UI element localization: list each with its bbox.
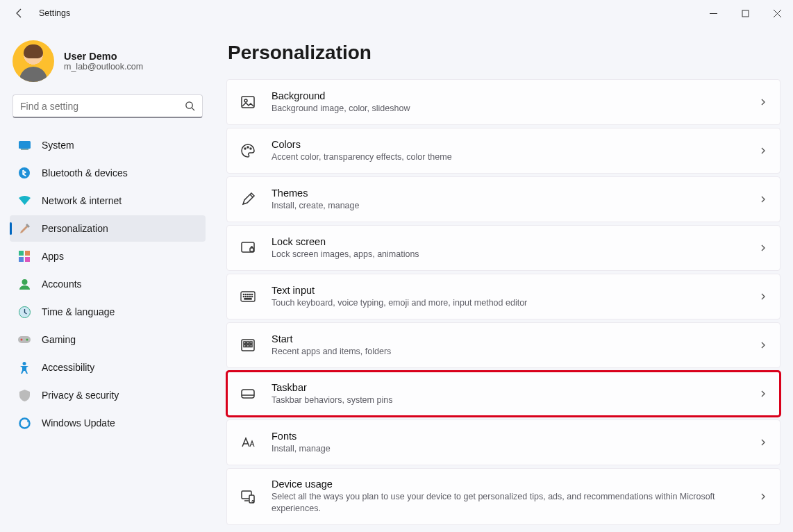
svg-point-15 <box>19 418 29 428</box>
window-title: Settings <box>39 8 70 18</box>
sidebar-item-update[interactable]: Windows Update <box>10 410 206 436</box>
sidebar-item-network[interactable]: Network & internet <box>10 188 206 214</box>
maximize-button[interactable] <box>729 2 761 24</box>
sidebar-item-label: System <box>42 140 74 151</box>
chevron-right-icon <box>759 195 767 203</box>
minimize-button[interactable] <box>697 2 729 24</box>
svg-point-9 <box>22 279 27 285</box>
card-title: Colors <box>272 139 751 150</box>
accessibility-icon <box>18 361 31 374</box>
settings-card-lockscreen[interactable]: Lock screenLock screen images, apps, ani… <box>226 225 781 271</box>
card-title: Fonts <box>272 431 751 442</box>
svg-point-45 <box>253 501 253 502</box>
svg-point-24 <box>243 294 244 294</box>
card-subtitle: Background image, color, slideshow <box>272 103 751 115</box>
main-content: Personalization BackgroundBackground ima… <box>214 26 793 532</box>
card-title: Lock screen <box>272 236 751 247</box>
chevron-right-icon <box>759 147 767 155</box>
svg-point-26 <box>247 294 248 294</box>
svg-point-12 <box>21 339 23 341</box>
svg-point-1 <box>186 102 192 108</box>
nav: System Bluetooth & devices Network & int… <box>10 132 206 436</box>
chevron-right-icon <box>759 98 767 106</box>
settings-card-list: BackgroundBackground image, color, slide… <box>226 79 781 532</box>
sidebar-item-label: Privacy & security <box>42 390 119 401</box>
svg-rect-6 <box>25 251 30 256</box>
close-button[interactable] <box>761 2 793 24</box>
sidebar-item-label: Accessibility <box>42 362 94 373</box>
settings-card-start[interactable]: StartRecent apps and items, folders <box>226 322 781 368</box>
settings-card-themes[interactable]: ThemesInstall, create, manage <box>226 176 781 222</box>
settings-card-taskbar[interactable]: TaskbarTaskbar behaviors, system pins <box>226 371 781 417</box>
card-subtitle: Lock screen images, apps, animations <box>272 249 751 260</box>
sidebar-item-label: Network & internet <box>42 195 122 206</box>
sidebar-item-accessibility[interactable]: Accessibility <box>10 354 206 381</box>
arrow-left-icon <box>14 8 25 19</box>
sidebar-item-system[interactable]: System <box>10 132 206 158</box>
card-subtitle: Touch keyboard, voice typing, emoji and … <box>272 297 751 309</box>
search-input[interactable] <box>20 101 185 112</box>
svg-rect-5 <box>19 251 24 256</box>
settings-card-colors[interactable]: ColorsAccent color, transparency effects… <box>226 128 781 174</box>
fonts-icon <box>240 434 256 451</box>
start-icon <box>240 337 256 354</box>
minimize-icon <box>710 10 717 17</box>
svg-point-33 <box>251 296 252 297</box>
sidebar-item-label: Apps <box>42 251 64 262</box>
svg-point-25 <box>245 294 246 294</box>
settings-card-deviceusage[interactable]: Device usageSelect all the ways you plan… <box>226 468 781 525</box>
back-button[interactable] <box>11 5 28 22</box>
svg-point-28 <box>251 294 252 294</box>
card-subtitle: Taskbar behaviors, system pins <box>272 394 751 406</box>
svg-rect-40 <box>247 345 249 347</box>
search-box[interactable] <box>12 94 203 118</box>
svg-rect-0 <box>742 10 749 17</box>
sidebar-item-personalization[interactable]: Personalization <box>10 215 206 242</box>
card-title: Taskbar <box>272 382 751 393</box>
clock-icon <box>18 306 31 318</box>
sidebar-item-apps[interactable]: Apps <box>10 243 206 269</box>
svg-rect-16 <box>242 97 254 108</box>
svg-point-14 <box>23 362 26 365</box>
titlebar: Settings <box>0 0 793 26</box>
chevron-right-icon <box>759 244 767 252</box>
shield-icon <box>18 389 31 401</box>
sidebar-item-bluetooth[interactable]: Bluetooth & devices <box>10 160 206 186</box>
user-name: User Demo <box>64 51 143 62</box>
deviceusage-icon <box>240 488 256 505</box>
svg-rect-34 <box>244 299 251 300</box>
card-title: Start <box>272 333 751 344</box>
chevron-right-icon <box>759 341 767 349</box>
user-email: m_lab@outlook.com <box>64 62 143 72</box>
paintbrush-icon <box>18 222 31 235</box>
svg-point-30 <box>245 296 246 297</box>
update-icon <box>18 417 31 429</box>
gamepad-icon <box>18 333 31 346</box>
chevron-right-icon <box>759 438 767 447</box>
themes-icon <box>240 191 256 208</box>
sidebar-item-privacy[interactable]: Privacy & security <box>10 382 206 408</box>
maximize-icon <box>742 10 749 17</box>
card-subtitle: Accent color, transparency effects, colo… <box>272 151 751 163</box>
settings-card-textinput[interactable]: Text inputTouch keyboard, voice typing, … <box>226 274 781 319</box>
sidebar-item-accounts[interactable]: Accounts <box>10 271 206 297</box>
settings-card-background[interactable]: BackgroundBackground image, color, slide… <box>226 79 781 125</box>
card-title: Text input <box>272 285 751 296</box>
chevron-right-icon <box>759 292 767 301</box>
apps-icon <box>18 250 31 263</box>
lockscreen-icon <box>240 240 256 256</box>
sidebar-item-time[interactable]: Time & language <box>10 299 206 325</box>
card-title: Background <box>272 90 751 101</box>
bluetooth-icon <box>18 167 31 179</box>
textinput-icon <box>240 288 256 305</box>
settings-card-fonts[interactable]: FontsInstall, manage <box>226 419 781 465</box>
svg-point-19 <box>247 147 249 148</box>
card-subtitle: Recent apps and items, folders <box>272 346 751 358</box>
page-title: Personalization <box>228 42 781 64</box>
svg-rect-7 <box>19 257 24 262</box>
sidebar-item-label: Accounts <box>42 279 82 290</box>
sidebar-item-gaming[interactable]: Gaming <box>10 326 206 353</box>
svg-point-17 <box>244 99 247 102</box>
sidebar-item-label: Gaming <box>42 334 76 345</box>
user-profile[interactable]: User Demo m_lab@outlook.com <box>10 35 206 94</box>
